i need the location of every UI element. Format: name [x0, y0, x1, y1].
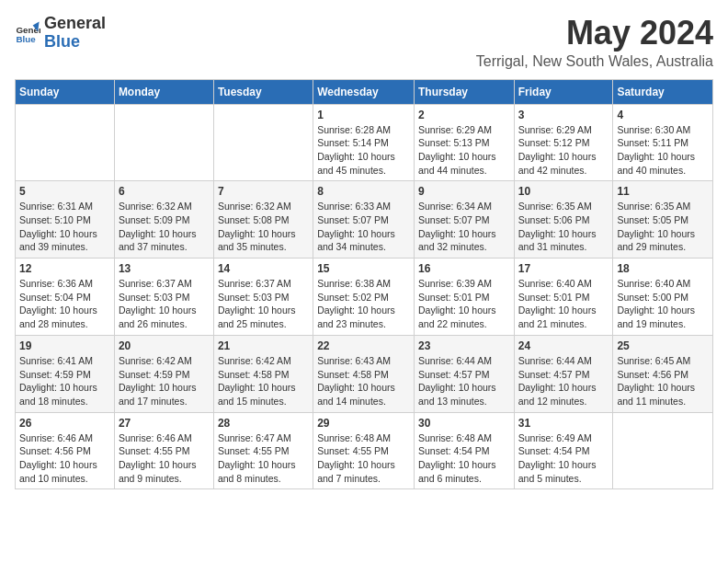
svg-text:Blue: Blue — [16, 34, 36, 44]
day-detail: Sunrise: 6:28 AMSunset: 5:14 PMDaylight:… — [317, 123, 410, 178]
day-cell: 18Sunrise: 6:40 AMSunset: 5:00 PMDayligh… — [613, 259, 713, 336]
subtitle: Terrigal, New South Wales, Australia — [476, 53, 713, 70]
day-cell: 31Sunrise: 6:49 AMSunset: 4:54 PMDayligh… — [514, 412, 613, 489]
day-cell: 25Sunrise: 6:45 AMSunset: 4:56 PMDayligh… — [613, 335, 713, 412]
day-detail: Sunrise: 6:46 AMSunset: 4:55 PMDaylight:… — [119, 431, 210, 486]
day-detail: Sunrise: 6:36 AMSunset: 5:04 PMDaylight:… — [19, 277, 110, 331]
day-number: 2 — [418, 109, 510, 121]
logo-blue-text: Blue — [44, 33, 106, 52]
day-number: 4 — [617, 109, 709, 121]
day-cell: 8Sunrise: 6:33 AMSunset: 5:07 PMDaylight… — [313, 181, 415, 259]
header-col-saturday: Saturday — [613, 79, 713, 104]
day-detail: Sunrise: 6:48 AMSunset: 4:55 PMDaylight:… — [317, 431, 410, 486]
day-cell: 30Sunrise: 6:48 AMSunset: 4:54 PMDayligh… — [414, 412, 514, 489]
day-cell: 26Sunrise: 6:46 AMSunset: 4:56 PMDayligh… — [16, 412, 115, 489]
day-detail: Sunrise: 6:41 AMSunset: 4:59 PMDaylight:… — [19, 354, 110, 408]
day-detail: Sunrise: 6:35 AMSunset: 5:06 PMDaylight:… — [518, 200, 609, 254]
day-number: 16 — [418, 262, 510, 275]
day-detail: Sunrise: 6:29 AMSunset: 5:12 PMDaylight:… — [518, 123, 609, 178]
day-detail: Sunrise: 6:35 AMSunset: 5:05 PMDaylight:… — [617, 200, 709, 254]
day-detail: Sunrise: 6:43 AMSunset: 4:58 PMDaylight:… — [317, 354, 410, 408]
header-col-tuesday: Tuesday — [213, 79, 313, 104]
logo: General Blue General Blue — [15, 15, 106, 52]
day-cell: 15Sunrise: 6:38 AMSunset: 5:02 PMDayligh… — [313, 259, 415, 336]
week-row-1: 1Sunrise: 6:28 AMSunset: 5:14 PMDaylight… — [16, 104, 713, 181]
day-cell: 23Sunrise: 6:44 AMSunset: 4:57 PMDayligh… — [414, 335, 514, 412]
day-detail: Sunrise: 6:44 AMSunset: 4:57 PMDaylight:… — [418, 354, 510, 408]
day-cell: 28Sunrise: 6:47 AMSunset: 4:55 PMDayligh… — [213, 412, 313, 489]
day-number: 28 — [218, 417, 309, 430]
day-cell: 22Sunrise: 6:43 AMSunset: 4:58 PMDayligh… — [313, 335, 415, 412]
day-detail: Sunrise: 6:44 AMSunset: 4:57 PMDaylight:… — [518, 354, 609, 408]
day-cell: 21Sunrise: 6:42 AMSunset: 4:58 PMDayligh… — [213, 335, 313, 412]
header-col-sunday: Sunday — [16, 79, 115, 104]
day-cell: 12Sunrise: 6:36 AMSunset: 5:04 PMDayligh… — [16, 259, 115, 336]
day-number: 31 — [518, 417, 609, 430]
day-number: 12 — [19, 262, 110, 275]
logo-icon: General Blue — [15, 20, 40, 46]
day-cell — [114, 104, 213, 181]
day-detail: Sunrise: 6:30 AMSunset: 5:11 PMDaylight:… — [617, 123, 709, 178]
day-detail: Sunrise: 6:47 AMSunset: 4:55 PMDaylight:… — [218, 431, 309, 486]
day-cell: 29Sunrise: 6:48 AMSunset: 4:55 PMDayligh… — [313, 412, 415, 489]
day-detail: Sunrise: 6:39 AMSunset: 5:01 PMDaylight:… — [418, 277, 510, 331]
week-row-5: 26Sunrise: 6:46 AMSunset: 4:56 PMDayligh… — [16, 412, 713, 489]
day-cell: 6Sunrise: 6:32 AMSunset: 5:09 PMDaylight… — [114, 181, 213, 259]
day-cell: 11Sunrise: 6:35 AMSunset: 5:05 PMDayligh… — [613, 181, 713, 259]
day-number: 11 — [617, 185, 709, 198]
day-cell: 27Sunrise: 6:46 AMSunset: 4:55 PMDayligh… — [114, 412, 213, 489]
day-detail: Sunrise: 6:38 AMSunset: 5:02 PMDaylight:… — [317, 277, 410, 331]
day-detail: Sunrise: 6:45 AMSunset: 4:56 PMDaylight:… — [617, 354, 709, 408]
day-detail: Sunrise: 6:48 AMSunset: 4:54 PMDaylight:… — [418, 431, 510, 486]
day-detail: Sunrise: 6:42 AMSunset: 4:58 PMDaylight:… — [218, 354, 309, 408]
day-number: 30 — [418, 417, 510, 430]
day-cell — [213, 104, 313, 181]
day-cell: 2Sunrise: 6:29 AMSunset: 5:13 PMDaylight… — [414, 104, 514, 181]
day-number: 8 — [317, 185, 410, 198]
day-cell: 14Sunrise: 6:37 AMSunset: 5:03 PMDayligh… — [213, 259, 313, 336]
day-cell: 3Sunrise: 6:29 AMSunset: 5:12 PMDaylight… — [514, 104, 613, 181]
day-detail: Sunrise: 6:40 AMSunset: 5:00 PMDaylight:… — [617, 277, 709, 331]
day-detail: Sunrise: 6:29 AMSunset: 5:13 PMDaylight:… — [418, 123, 510, 178]
day-number: 1 — [317, 109, 410, 121]
day-cell: 5Sunrise: 6:31 AMSunset: 5:10 PMDaylight… — [16, 181, 115, 259]
day-number: 6 — [119, 185, 210, 198]
day-number: 29 — [317, 417, 410, 430]
day-cell — [613, 412, 713, 489]
day-number: 20 — [119, 339, 210, 352]
day-detail: Sunrise: 6:33 AMSunset: 5:07 PMDaylight:… — [317, 200, 410, 254]
day-detail: Sunrise: 6:31 AMSunset: 5:10 PMDaylight:… — [19, 200, 110, 254]
day-number: 15 — [317, 262, 410, 275]
header-col-wednesday: Wednesday — [313, 79, 415, 104]
day-number: 17 — [518, 262, 609, 275]
day-cell: 9Sunrise: 6:34 AMSunset: 5:07 PMDaylight… — [414, 181, 514, 259]
calendar-body: 1Sunrise: 6:28 AMSunset: 5:14 PMDaylight… — [16, 104, 713, 489]
day-detail: Sunrise: 6:40 AMSunset: 5:01 PMDaylight:… — [518, 277, 609, 331]
week-row-3: 12Sunrise: 6:36 AMSunset: 5:04 PMDayligh… — [16, 259, 713, 336]
day-detail: Sunrise: 6:32 AMSunset: 5:08 PMDaylight:… — [218, 200, 309, 254]
day-number: 24 — [518, 339, 609, 352]
day-detail: Sunrise: 6:32 AMSunset: 5:09 PMDaylight:… — [119, 200, 210, 254]
day-cell: 19Sunrise: 6:41 AMSunset: 4:59 PMDayligh… — [16, 335, 115, 412]
day-number: 26 — [19, 417, 110, 430]
header-col-thursday: Thursday — [414, 79, 514, 104]
day-cell: 10Sunrise: 6:35 AMSunset: 5:06 PMDayligh… — [514, 181, 613, 259]
week-row-2: 5Sunrise: 6:31 AMSunset: 5:10 PMDaylight… — [16, 181, 713, 259]
week-row-4: 19Sunrise: 6:41 AMSunset: 4:59 PMDayligh… — [16, 335, 713, 412]
day-cell: 7Sunrise: 6:32 AMSunset: 5:08 PMDaylight… — [213, 181, 313, 259]
day-number: 27 — [119, 417, 210, 430]
calendar-header: SundayMondayTuesdayWednesdayThursdayFrid… — [16, 79, 713, 104]
day-cell: 16Sunrise: 6:39 AMSunset: 5:01 PMDayligh… — [414, 259, 514, 336]
day-number: 9 — [418, 185, 510, 198]
day-number: 5 — [19, 185, 110, 198]
day-number: 13 — [119, 262, 210, 275]
day-number: 7 — [218, 185, 309, 198]
title-section: May 2024 Terrigal, New South Wales, Aust… — [476, 15, 713, 70]
day-cell: 20Sunrise: 6:42 AMSunset: 4:59 PMDayligh… — [114, 335, 213, 412]
day-detail: Sunrise: 6:46 AMSunset: 4:56 PMDaylight:… — [19, 431, 110, 486]
day-detail: Sunrise: 6:37 AMSunset: 5:03 PMDaylight:… — [218, 277, 309, 331]
main-title: May 2024 — [476, 15, 713, 52]
day-number: 21 — [218, 339, 309, 352]
day-number: 18 — [617, 262, 709, 275]
header-col-monday: Monday — [114, 79, 213, 104]
